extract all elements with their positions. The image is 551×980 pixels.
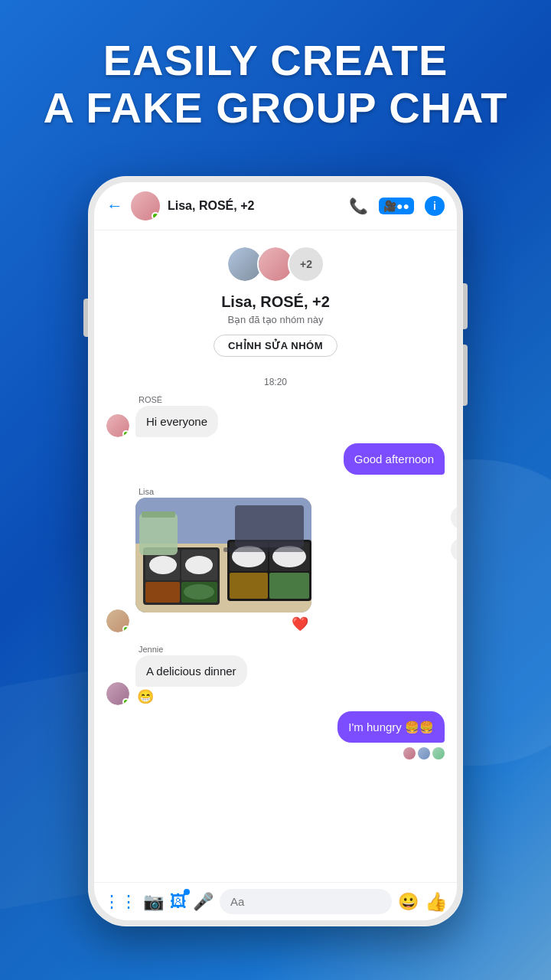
image-actions: [451, 505, 457, 562]
thumbs-up-icon[interactable]: 👍: [425, 891, 448, 913]
hungry-msg-section: I'm hungry 🍔🍔: [106, 711, 445, 760]
svg-point-5: [149, 556, 177, 574]
menu-dots-icon[interactable]: ⋮⋮: [103, 892, 137, 912]
group-name: Lisa, ROSÉ, +2: [221, 293, 330, 311]
phone-call-icon[interactable]: 📞: [349, 197, 368, 215]
svg-rect-20: [223, 547, 304, 552]
edit-group-button[interactable]: CHỈNH SỬA NHÓM: [214, 335, 337, 357]
camera-icon[interactable]: 📷: [143, 892, 164, 912]
msg-avatar-lisa: [106, 609, 129, 632]
group-info-section: +2 Lisa, ROSÉ, +2 Bạn đã tạo nhóm này CH…: [106, 230, 445, 369]
svg-rect-18: [142, 511, 175, 518]
svg-rect-16: [269, 573, 309, 599]
svg-point-9: [184, 584, 214, 599]
group-avatar-count: +2: [288, 246, 324, 283]
volume-left-button: [83, 299, 88, 337]
video-call-button[interactable]: 🎥●●: [379, 198, 414, 214]
image-message-container: ❤️: [135, 498, 311, 632]
msg-sender-rose: ROSÉ: [106, 395, 445, 404]
receipt-avatar-2: [418, 747, 430, 760]
page-title: EASILY CREATE A FAKE GROUP CHAT: [0, 37, 551, 131]
msg-avatar-jennie: [106, 682, 129, 705]
group-subtitle: Bạn đã tạo nhóm này: [227, 314, 323, 325]
emoji-reaction: 😁: [135, 688, 247, 705]
svg-point-6: [185, 556, 213, 574]
msg-sender-jennie: Jennie: [106, 645, 445, 654]
chat-name: Lisa, ROSÉ, +2: [168, 199, 341, 213]
online-dot-lisa: [122, 626, 129, 632]
msg-col-right: Good afternoon: [344, 443, 445, 475]
phone-screen: ← Lisa, ROSÉ, +2 📞 🎥●● i: [94, 182, 457, 920]
message-row-right: Good afternoon: [106, 443, 445, 475]
svg-rect-7: [145, 582, 180, 603]
camera-action-button[interactable]: [451, 537, 457, 562]
header-actions: 📞 🎥●● i: [349, 196, 445, 216]
time-separator: 18:20: [106, 377, 445, 387]
message-row: Hi everyone: [106, 406, 445, 437]
power-button: [463, 283, 468, 329]
msg-col-hungry: I'm hungry 🍔🍔: [337, 711, 445, 743]
volume-button: [463, 345, 468, 406]
food-image: [135, 498, 311, 612]
msg-bubble-good-afternoon: Good afternoon: [344, 443, 445, 475]
msg-col: Hi everyone: [135, 406, 218, 437]
online-dot: [122, 430, 129, 437]
photo-icon[interactable]: 🖼: [170, 892, 187, 912]
svg-rect-19: [235, 505, 304, 547]
share-button[interactable]: [451, 505, 457, 530]
msg-col-jennie: A delicious dinner 😁: [135, 655, 247, 705]
svg-rect-17: [139, 513, 178, 555]
emoji-icon[interactable]: 😀: [398, 892, 419, 912]
msg-sender-lisa: Lisa: [106, 487, 445, 496]
message-row-jennie: A delicious dinner 😁: [106, 655, 445, 705]
food-svg: [135, 498, 311, 612]
chat-toolbar: ⋮⋮ 📷 🖼 🎤 😀 👍: [94, 882, 457, 920]
phone-mockup: ← Lisa, ROSÉ, +2 📞 🎥●● i: [88, 176, 463, 926]
heart-reaction: ❤️: [135, 616, 311, 632]
info-icon[interactable]: i: [425, 196, 445, 216]
read-receipts: [106, 747, 445, 760]
msg-bubble-dinner: A delicious dinner: [135, 655, 247, 687]
online-dot-jennie: [122, 698, 129, 705]
message-row-hungry: I'm hungry 🍔🍔: [106, 711, 445, 743]
back-button[interactable]: ←: [106, 196, 123, 216]
msg-bubble-hungry: I'm hungry 🍔🍔: [337, 711, 445, 743]
chat-header: ← Lisa, ROSÉ, +2 📞 🎥●● i: [94, 182, 457, 230]
svg-rect-15: [230, 573, 268, 599]
msg-bubble-hi-everyone: Hi everyone: [135, 406, 218, 437]
receipt-avatar-1: [403, 747, 416, 760]
msg-image-row: ❤️: [106, 498, 445, 632]
chat-body: +2 Lisa, ROSÉ, +2 Bạn đã tạo nhóm này CH…: [94, 230, 457, 882]
header-avatar: [131, 191, 160, 220]
microphone-icon[interactable]: 🎤: [193, 892, 214, 912]
msg-avatar-rose: [106, 414, 129, 437]
online-indicator: [152, 212, 159, 220]
receipt-avatar-3: [432, 747, 445, 760]
message-input[interactable]: [220, 889, 392, 914]
photo-badge: [184, 889, 190, 895]
